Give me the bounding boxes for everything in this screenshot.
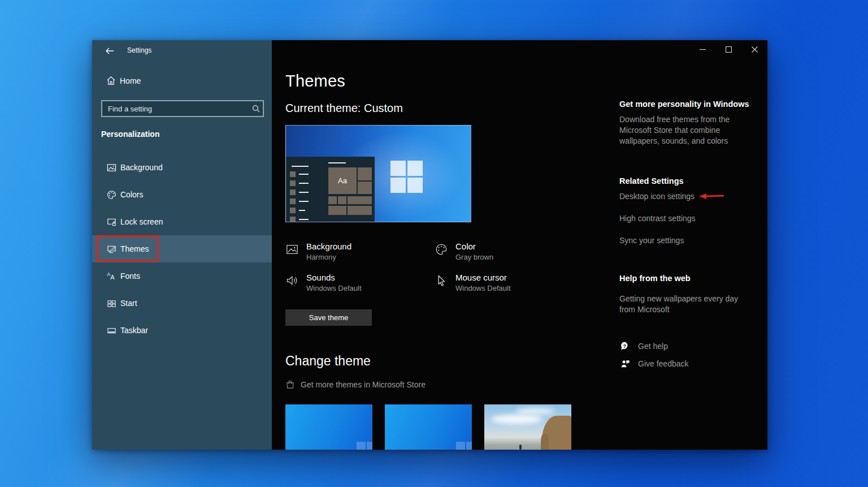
- get-help-label: Get help: [638, 342, 668, 351]
- palette-icon: [435, 243, 448, 256]
- maximize-button[interactable]: [715, 40, 741, 58]
- property-background: Background Harmony: [285, 242, 435, 261]
- svg-text:A: A: [107, 271, 110, 277]
- start-menu-app-list: [290, 171, 309, 222]
- start-menu-mockup: Aa: [286, 157, 375, 222]
- theme-thumbnail-landscape[interactable]: [484, 404, 571, 450]
- personality-text: Download free themes from the Microsoft …: [619, 114, 741, 146]
- sidebar-item-background[interactable]: Background: [92, 154, 272, 181]
- start-icon: [106, 298, 116, 308]
- sidebar-item-label: Start: [120, 299, 137, 308]
- property-sounds: Sounds Windows Default: [285, 273, 435, 292]
- back-arrow-icon: [105, 48, 114, 54]
- palette-icon: [106, 189, 116, 200]
- sidebar-item-taskbar[interactable]: Taskbar: [92, 317, 272, 344]
- property-label: Sounds: [306, 273, 362, 282]
- svg-text:?: ?: [623, 343, 626, 349]
- fonts-icon: AA: [106, 271, 116, 281]
- content-area: Themes Current theme: Custom: [272, 40, 767, 450]
- windows-logo: [390, 161, 423, 193]
- svg-text:A: A: [110, 274, 114, 281]
- themes-icon: [106, 244, 116, 254]
- related-settings-heading: Related Settings: [619, 176, 684, 186]
- theme-thumbnail-windows[interactable]: [285, 404, 372, 450]
- window-controls: [689, 40, 767, 58]
- maximize-icon: [726, 46, 732, 53]
- get-help-icon: ?: [619, 341, 630, 351]
- sidebar-item-label: Home: [120, 76, 141, 85]
- current-theme-heading: Current theme: Custom: [285, 102, 403, 115]
- image-icon: [106, 162, 116, 173]
- page-title: Themes: [285, 72, 345, 90]
- give-feedback-icon: [619, 358, 630, 369]
- theme-thumbnails: [285, 404, 571, 450]
- sync-your-settings-link[interactable]: Sync your settings: [619, 236, 684, 245]
- wallpapers-help-link[interactable]: Getting new wallpapers every day from Mi…: [619, 294, 741, 315]
- sidebar-item-label: Themes: [120, 244, 149, 253]
- property-label: Color: [455, 242, 493, 251]
- theme-preview: Aa: [285, 125, 471, 222]
- property-mouse-cursor: Mouse cursor Windows Default: [435, 273, 584, 292]
- property-value: Windows Default: [455, 284, 511, 292]
- taskbar-icon: [106, 325, 116, 335]
- minimize-button[interactable]: [689, 40, 715, 58]
- give-feedback-label: Give feedback: [638, 359, 689, 368]
- sidebar-item-label: Lock screen: [120, 217, 163, 226]
- personality-heading: Get more personality in Windows: [619, 100, 749, 109]
- aa-tile: Aa: [328, 167, 357, 194]
- close-icon: [752, 46, 758, 53]
- image-icon: [285, 243, 298, 256]
- annotation-red-arrow: [699, 193, 724, 199]
- high-contrast-settings-link[interactable]: High contrast settings: [619, 214, 696, 223]
- theme-thumbnail-windows-light[interactable]: [385, 404, 472, 450]
- lock-screen-icon: [106, 217, 116, 227]
- desktop-icon-settings-link[interactable]: Desktop icon settings: [619, 192, 695, 201]
- home-icon: [106, 76, 116, 85]
- sidebar: Settings Home Personalization: [92, 40, 272, 450]
- get-more-themes-link[interactable]: Get more themes in Microsoft Store: [285, 380, 426, 389]
- sidebar-item-label: Background: [120, 163, 163, 172]
- give-feedback-link[interactable]: Give feedback: [619, 358, 689, 369]
- search-box: [101, 100, 264, 117]
- windows-logo: [456, 442, 465, 450]
- get-more-themes-label: Get more themes in Microsoft Store: [301, 380, 426, 389]
- property-value: Windows Default: [306, 284, 362, 292]
- get-help-link[interactable]: ? Get help: [619, 341, 668, 351]
- sidebar-item-fonts[interactable]: AA Fonts: [92, 262, 272, 290]
- settings-window: Settings Home Personalization: [92, 40, 767, 450]
- desktop-wallpaper: Settings Home Personalization: [0, 0, 868, 487]
- sidebar-item-themes[interactable]: Themes: [92, 235, 272, 262]
- close-button[interactable]: [741, 40, 767, 58]
- back-button[interactable]: [101, 44, 118, 58]
- sidebar-item-lock-screen[interactable]: Lock screen: [92, 208, 272, 235]
- sidebar-item-label: Taskbar: [120, 326, 148, 335]
- sidebar-item-colors[interactable]: Colors: [92, 181, 272, 208]
- start-menu-tiles: Aa: [328, 162, 372, 166]
- sidebar-item-label: Colors: [120, 190, 143, 199]
- minimize-icon: [700, 46, 706, 53]
- help-from-web-heading: Help from the web: [619, 274, 691, 283]
- sidebar-item-label: Fonts: [120, 271, 140, 281]
- speaker-icon: [285, 274, 298, 287]
- related-link-row: Desktop icon settings: [619, 192, 724, 201]
- cursor-icon: [435, 274, 448, 287]
- sidebar-item-home[interactable]: Home: [106, 76, 141, 85]
- sidebar-item-start[interactable]: Start: [92, 290, 272, 317]
- window-title: Settings: [127, 46, 151, 54]
- windows-logo: [357, 442, 366, 450]
- property-label: Mouse cursor: [455, 273, 511, 282]
- section-label-personalization: Personalization: [101, 130, 159, 139]
- theme-properties: Background Harmony Color Gray brown: [285, 242, 584, 292]
- property-value: Harmony: [306, 253, 351, 261]
- change-theme-heading: Change theme: [285, 354, 371, 369]
- sidebar-nav: Background Colors Lock screen: [92, 154, 272, 344]
- search-input[interactable]: [102, 105, 249, 113]
- property-color: Color Gray brown: [435, 242, 584, 261]
- search-icon[interactable]: [249, 105, 263, 113]
- save-theme-button[interactable]: Save theme: [285, 309, 372, 326]
- store-bag-icon: [285, 380, 295, 389]
- property-value: Gray brown: [455, 253, 493, 261]
- property-label: Background: [306, 242, 351, 251]
